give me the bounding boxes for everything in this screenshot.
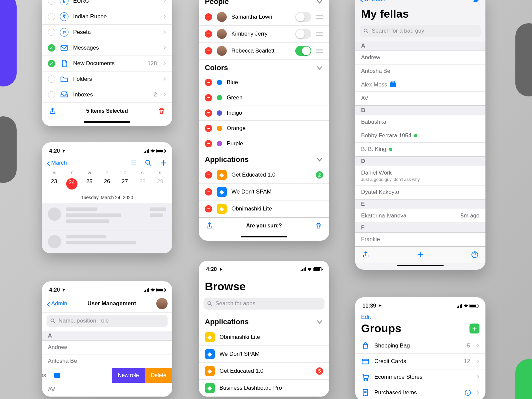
list-item[interactable]: Inboxes 2 (42, 87, 172, 103)
list-item[interactable]: Blue (199, 75, 329, 90)
trash-icon[interactable] (158, 107, 166, 115)
reorder-handle-icon[interactable] (316, 32, 323, 36)
list-item[interactable]: Green (199, 90, 329, 105)
list-item[interactable]: Rebecca Scarlett (199, 43, 329, 60)
list-item[interactable]: New Documents 128 (42, 56, 172, 71)
list-item[interactable]: Indigo (199, 105, 329, 121)
page-title: Groups (361, 322, 401, 335)
toggle[interactable] (295, 12, 311, 22)
search-input[interactable]: Search for apps (203, 298, 325, 310)
radio-icon[interactable] (48, 91, 55, 98)
add-button[interactable]: ＋ (469, 324, 479, 333)
list-icon[interactable] (129, 159, 137, 167)
remove-icon[interactable] (205, 140, 212, 147)
remove-icon[interactable] (205, 171, 212, 179)
add-button[interactable] (416, 251, 424, 259)
help-icon[interactable] (471, 251, 479, 259)
date-cell[interactable]: 23 (45, 178, 63, 185)
list-item[interactable]: ◆ Get Educated 1.0 5 (199, 363, 329, 380)
remove-icon[interactable] (205, 188, 212, 196)
list-item[interactable]: Ekaterina Ivanova 5m ago (355, 209, 485, 223)
remove-icon[interactable] (205, 125, 212, 132)
edit-button[interactable]: Edit (361, 314, 371, 320)
date-row[interactable]: 23242526272829 (42, 176, 172, 195)
people-icon[interactable] (473, 0, 481, 3)
back-button[interactable]: Chuvaki (360, 0, 385, 3)
share-icon[interactable] (205, 222, 213, 230)
radio-icon[interactable] (48, 60, 55, 67)
radio-icon[interactable] (48, 0, 55, 5)
list-item[interactable]: € EURO (42, 0, 172, 9)
list-item[interactable]: Andrew (355, 51, 485, 65)
share-icon[interactable] (49, 107, 57, 115)
list-item[interactable]: ◆ Get Educated 1.0 2 (199, 167, 329, 184)
add-button[interactable] (160, 159, 168, 167)
list-item[interactable]: B. B. King (355, 143, 485, 156)
back-button[interactable]: Admin (47, 300, 67, 307)
list-item[interactable]: Messages (42, 40, 172, 56)
list-item[interactable]: Antosha Be (42, 354, 172, 368)
info-icon[interactable] (464, 389, 471, 397)
date-cell[interactable]: 26 (98, 178, 116, 185)
list-item[interactable]: AV (42, 383, 172, 397)
list-item[interactable]: Dyatel Kakoyto (355, 186, 485, 199)
remove-icon[interactable] (205, 205, 212, 212)
list-item[interactable]: Purchased Items (355, 385, 485, 399)
list-item[interactable]: Folders (42, 71, 172, 87)
list-item[interactable]: Ecommerce Stores (355, 369, 485, 385)
reorder-handle-icon[interactable] (316, 15, 323, 19)
list-item[interactable]: ◆ Obnimashki Lite (199, 200, 329, 217)
list-item[interactable]: Frankie (355, 233, 485, 246)
trash-icon[interactable] (315, 222, 323, 230)
date-cell[interactable]: 25 (80, 178, 98, 185)
remove-icon[interactable] (205, 30, 212, 38)
list-item[interactable]: P Peseta (42, 25, 172, 40)
list-item[interactable]: Purple (199, 136, 329, 151)
list-item[interactable]: Alex Moss (355, 78, 485, 92)
radio-icon[interactable] (48, 29, 55, 36)
list-item[interactable]: ◆ We Don't SPAM (199, 346, 329, 363)
list-item[interactable]: ◆ Business Dashboard Pro (199, 380, 329, 397)
date-cell[interactable]: 24 (66, 178, 77, 190)
remove-icon[interactable] (205, 79, 212, 86)
section-apps[interactable]: Applications (199, 314, 329, 329)
toggle[interactable] (295, 29, 311, 39)
list-item[interactable]: ◆ Obnimashki Lite (199, 329, 329, 346)
list-item[interactable]: ◆ We Don't SPAM (199, 184, 329, 200)
radio-icon[interactable] (48, 75, 55, 83)
list-item[interactable]: Kimberly Jerry (199, 26, 329, 43)
remove-icon[interactable] (205, 13, 212, 21)
list-item[interactable]: Orange (199, 121, 329, 136)
list-item[interactable]: Credit Cards 12 (355, 354, 485, 369)
list-item[interactable]: Bobby Ferrara 1954 (355, 129, 485, 143)
toggle[interactable] (295, 46, 311, 56)
radio-icon[interactable] (48, 44, 55, 52)
avatar[interactable] (156, 298, 168, 309)
remove-icon[interactable] (205, 47, 212, 55)
list-item[interactable]: Antosha Be (355, 65, 485, 78)
list-item[interactable]: Daniel Work Just a good guy, don't ask w… (355, 166, 485, 186)
date-cell[interactable]: 29 (151, 178, 169, 185)
remove-icon[interactable] (205, 109, 212, 117)
search-input[interactable]: Name, position, role (47, 315, 168, 327)
search-icon[interactable] (144, 159, 152, 167)
list-item[interactable]: Babushka (355, 115, 485, 129)
list-item[interactable]: Andrew (42, 341, 172, 354)
section-apps[interactable]: Applications (199, 151, 329, 167)
list-item[interactable]: AV (355, 92, 485, 105)
remove-icon[interactable] (205, 94, 212, 101)
list-item[interactable]: Samantha Lowri (199, 9, 329, 26)
share-icon[interactable] (362, 251, 370, 259)
date-cell[interactable]: 28 (134, 178, 151, 185)
section-colors[interactable]: Colors (199, 60, 329, 75)
new-role-button[interactable]: New role (112, 368, 145, 383)
search-input[interactable]: Search for a bad guy (360, 25, 481, 37)
date-cell[interactable]: 27 (116, 178, 134, 185)
radio-icon[interactable] (48, 13, 55, 20)
list-item[interactable]: Shopping Bag 5 (355, 338, 485, 354)
list-item[interactable]: ₹ Indian Rupee (42, 9, 172, 25)
delete-button[interactable]: Delete (145, 368, 172, 383)
section-people[interactable]: People (199, 0, 329, 9)
back-button[interactable]: March (47, 160, 67, 166)
reorder-handle-icon[interactable] (316, 49, 323, 53)
